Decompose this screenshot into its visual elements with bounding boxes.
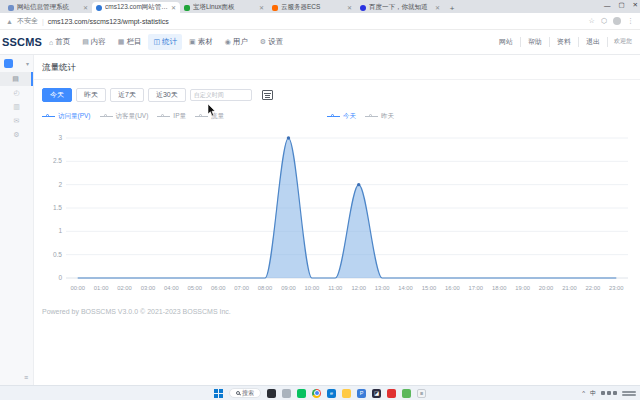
x-axis-tick-label: 13:00: [375, 285, 390, 291]
tab-title: 云服务器ECS: [281, 3, 344, 12]
nav-item-栏目[interactable]: ▦栏目: [113, 34, 147, 50]
green-app-icon[interactable]: [402, 389, 411, 398]
nav-item-内容[interactable]: ▤内容: [77, 34, 111, 50]
home-icon: ⌂: [49, 39, 53, 46]
legend-line-icon: [100, 114, 113, 119]
language-indicator[interactable]: 中: [590, 389, 596, 398]
x-axis-tick-label: 04:00: [164, 285, 179, 291]
data-point[interactable]: [357, 183, 360, 186]
nav-item-label: 用户: [233, 37, 248, 47]
tab-close-icon[interactable]: ✕: [347, 4, 352, 11]
legend-item[interactable]: 访问量(PV): [42, 112, 91, 121]
legend-item[interactable]: 访客量(UV): [100, 112, 149, 121]
extensions-icon[interactable]: ⬡: [601, 17, 607, 25]
browser-window: 网站信息管理系统✕cms123.com网站管理后台✕宝塔Linux面板✕云服务器…: [0, 0, 640, 400]
metric-legend: 访问量(PV)访客量(UV)IP量流量: [42, 112, 224, 121]
settings-icon: ⚙: [260, 38, 266, 46]
sidebar-item-2[interactable]: ◴: [0, 86, 33, 100]
header-link[interactable]: 资料: [550, 37, 579, 47]
photos-app-icon[interactable]: ◪: [372, 389, 381, 398]
start-button-icon[interactable]: [214, 389, 223, 398]
app-logo[interactable]: SSCMS: [2, 36, 44, 48]
browser-menu-icon[interactable]: ⋮: [627, 17, 634, 25]
tray-status-icons[interactable]: [601, 391, 617, 395]
legend-line-icon: [365, 114, 378, 119]
date-range-input[interactable]: [190, 89, 252, 101]
tab-title: 百度一下，你就知道: [369, 3, 432, 12]
tab-close-icon[interactable]: ✕: [435, 4, 440, 11]
sidebar-item-5[interactable]: ⚙: [0, 128, 33, 142]
widgets-icon[interactable]: [282, 389, 291, 398]
clock[interactable]: [622, 391, 636, 396]
file-explorer-icon[interactable]: [342, 389, 351, 398]
nav-item-首页[interactable]: ⌂首页: [44, 34, 75, 50]
nav-item-label: 栏目: [126, 37, 141, 47]
new-tab-button[interactable]: +: [447, 3, 457, 13]
tab-title: 网站信息管理系统: [17, 3, 80, 12]
left-sidebar: ▾ ▤◴▥✉⚙ ≡: [0, 55, 34, 385]
tab-close-icon[interactable]: ✕: [259, 4, 264, 11]
legend-item[interactable]: 今天: [327, 112, 356, 121]
x-axis-tick-label: 20:00: [539, 285, 554, 291]
security-warning-icon: ▲: [6, 18, 13, 25]
p-app-icon[interactable]: P: [357, 389, 366, 398]
legend-item[interactable]: IP量: [157, 112, 186, 121]
search-icon: [236, 391, 240, 395]
filter-button-今天[interactable]: 今天: [42, 88, 72, 102]
system-tray: ^ 中: [582, 389, 636, 398]
address-bar[interactable]: ▲ 不安全 | cms123.com/sscms123/wmpt-statist…: [0, 13, 640, 30]
browser-tab[interactable]: 宝塔Linux面板✕: [180, 2, 268, 13]
sidebar-item-3[interactable]: ▥: [0, 100, 33, 114]
browser-tab[interactable]: 云服务器ECS✕: [268, 2, 356, 13]
minimize-button[interactable]: —: [604, 2, 611, 9]
calendar-icon[interactable]: [262, 90, 273, 100]
nav-item-设置[interactable]: ⚙设置: [255, 34, 288, 50]
chrome-icon[interactable]: [312, 389, 321, 398]
browser-tab[interactable]: 百度一下，你就知道✕: [356, 2, 444, 13]
x-axis-tick-label: 00:00: [70, 285, 85, 291]
windows-taskbar: 搜索 eP◪≡ ^ 中: [0, 385, 640, 400]
legend-line-icon: [42, 114, 55, 119]
maximize-button[interactable]: ▢: [618, 1, 624, 9]
task-view-icon[interactable]: [267, 389, 276, 398]
top-nav: ⌂首页▤内容▦栏目◫统计▣素材◉用户⚙设置: [44, 34, 492, 50]
y-axis-tick-label: 2.5: [53, 158, 62, 165]
header-link[interactable]: 退出: [579, 37, 608, 47]
x-axis-tick-label: 17:00: [469, 285, 484, 291]
omnibox[interactable]: ▲ 不安全 | cms123.com/sscms123/wmpt-statist…: [6, 16, 589, 26]
day-legend: 今天昨天: [327, 112, 394, 121]
sidebar-item-4[interactable]: ✉: [0, 114, 33, 128]
legend-label: 昨天: [381, 112, 394, 121]
address-separator: |: [42, 18, 44, 25]
sidebar-app-icon[interactable]: [4, 59, 13, 68]
tab-close-icon[interactable]: ✕: [83, 4, 88, 11]
bookmark-star-icon[interactable]: ☆: [589, 17, 595, 25]
header-link[interactable]: 帮助: [521, 37, 550, 47]
tab-close-icon[interactable]: ✕: [171, 4, 176, 11]
browser-tab[interactable]: 网站信息管理系统✕: [4, 2, 92, 13]
browser-tab[interactable]: cms123.com网站管理后台✕: [92, 2, 180, 13]
nav-item-素材[interactable]: ▣素材: [184, 34, 218, 50]
sidebar-collapse-icon[interactable]: ≡: [24, 374, 28, 381]
sidebar-item-1[interactable]: ▤: [0, 72, 33, 86]
tray-caret-icon[interactable]: ^: [582, 390, 585, 396]
legend-item[interactable]: 流量: [195, 112, 224, 121]
browser-avatar[interactable]: [613, 17, 621, 25]
taskbar-search[interactable]: 搜索: [229, 388, 261, 398]
header-link[interactable]: 网站: [492, 37, 521, 47]
nav-item-label: 设置: [268, 37, 283, 47]
filter-button-近7天[interactable]: 近7天: [110, 88, 144, 102]
filter-button-近30天[interactable]: 近30天: [148, 88, 186, 102]
filter-button-昨天[interactable]: 昨天: [76, 88, 106, 102]
x-axis-tick-label: 10:00: [305, 285, 320, 291]
edge-icon[interactable]: e: [327, 389, 336, 398]
wechat-devtools-icon[interactable]: [297, 389, 306, 398]
legend-item[interactable]: 昨天: [365, 112, 394, 121]
notepad-icon[interactable]: ≡: [417, 389, 426, 398]
nav-item-用户[interactable]: ◉用户: [220, 34, 253, 50]
chevron-down-icon[interactable]: ▾: [26, 60, 29, 67]
close-button[interactable]: ✕: [633, 1, 638, 9]
red-app-icon[interactable]: [387, 389, 396, 398]
nav-item-统计[interactable]: ◫统计: [148, 34, 182, 50]
data-point[interactable]: [287, 137, 290, 140]
